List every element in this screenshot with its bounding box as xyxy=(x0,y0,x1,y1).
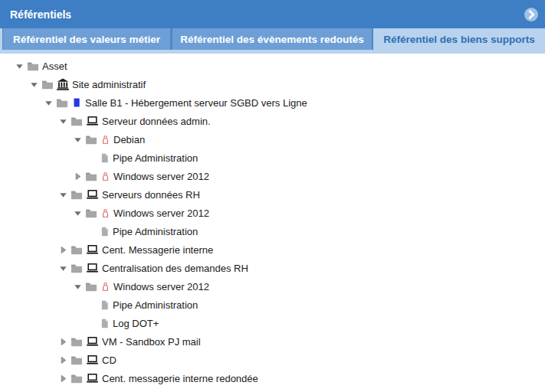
tree-row[interactable]: Espace de stockage xyxy=(0,387,545,392)
expand-arrow-icon[interactable] xyxy=(57,354,68,365)
tree-row[interactable]: Windows server 2012 xyxy=(0,277,545,296)
expand-arrow-icon[interactable] xyxy=(72,171,83,181)
tab-valeurs-metier[interactable]: Référentiel des valeurs métier xyxy=(3,28,170,50)
collapse-arrow-icon[interactable] xyxy=(57,263,68,273)
tabbar-left-sliver xyxy=(0,28,2,50)
tree-row-label: Log DOT+ xyxy=(113,318,159,329)
file-icon xyxy=(100,299,110,311)
file-icon xyxy=(100,152,110,164)
tree-row-label: Centralisation des demandes RH xyxy=(102,263,248,274)
tree-row-label: Windows server 2012 xyxy=(113,281,209,292)
tree-row[interactable]: Cent. Messagerie interne xyxy=(0,240,545,259)
collapse-arrow-icon[interactable] xyxy=(57,189,68,200)
laptop-icon xyxy=(86,262,99,274)
tree-row-label: Asset xyxy=(42,60,67,72)
folder-icon xyxy=(71,115,83,127)
expander-spacer xyxy=(87,226,97,237)
expand-arrow-icon[interactable] xyxy=(57,244,68,255)
folder-icon xyxy=(71,335,83,348)
tree-row[interactable]: Debian xyxy=(0,130,545,149)
tree-row[interactable]: Centralisation des demandes RH xyxy=(0,259,545,277)
tree-row[interactable]: VM - Sandbox PJ mail xyxy=(0,332,545,351)
expander-spacer xyxy=(87,299,97,310)
panel-title: Référentiels xyxy=(10,8,71,21)
penguin-icon xyxy=(100,133,110,145)
tree-row-label: Debian xyxy=(113,134,145,145)
expand-arrow-icon[interactable] xyxy=(57,373,68,384)
collapse-arrow-icon[interactable] xyxy=(14,60,25,71)
expand-arrow-icon[interactable] xyxy=(57,336,68,347)
tree-row-label: Pipe Administration xyxy=(113,299,198,311)
room-icon xyxy=(71,96,82,109)
collapse-arrow-icon[interactable] xyxy=(57,116,68,126)
tree-row-label: CD xyxy=(102,354,117,366)
tree-row-label: Cent. Messagerie interne xyxy=(102,244,213,256)
collapse-arrow-icon[interactable] xyxy=(72,281,83,292)
tree-row-label: VM - Sandbox PJ mail xyxy=(102,336,201,348)
laptop-icon xyxy=(86,243,99,256)
file-icon xyxy=(100,317,110,329)
laptop-icon xyxy=(86,372,99,384)
penguin-icon xyxy=(100,170,110,182)
tree-row[interactable]: Pipe Administration xyxy=(0,149,545,167)
tree-row[interactable]: CD xyxy=(0,351,545,369)
folder-icon xyxy=(85,207,97,219)
referentiels-panel: Référentiels Référentiel des valeurs mét… xyxy=(0,0,545,392)
collapse-arrow-icon[interactable] xyxy=(72,207,83,218)
folder-icon xyxy=(71,354,83,366)
tree-row-label: Pipe Administration xyxy=(113,226,198,237)
tree-row-label: Salle B1 - Hébergement serveur SGBD vers… xyxy=(85,97,307,109)
tree-row[interactable]: Serveur données admin. xyxy=(0,112,545,130)
tree-row-label: Pipe Administration xyxy=(113,152,198,164)
tree-row[interactable]: Windows server 2012 xyxy=(0,204,545,222)
tab-biens-supports[interactable]: Référentiel des biens supports xyxy=(373,28,545,50)
tree-row[interactable]: Pipe Administration xyxy=(0,296,545,314)
laptop-icon xyxy=(86,115,99,127)
tree-row-label: Windows server 2012 xyxy=(113,171,209,182)
tree-row[interactable]: Serveurs données RH xyxy=(0,185,545,204)
collapse-arrow-icon[interactable] xyxy=(72,134,83,145)
collapse-panel-button[interactable] xyxy=(524,7,539,22)
tree: AssetSite administratifSalle B1 - Héberg… xyxy=(0,54,545,392)
tree-row-label: Cent. messagerie interne redondée xyxy=(102,373,258,384)
tree-row-label: Windows server 2012 xyxy=(113,207,209,219)
folder-icon xyxy=(85,170,97,182)
folder-icon xyxy=(85,280,97,292)
folder-icon xyxy=(27,60,39,72)
folder-icon xyxy=(71,372,83,384)
bank-icon xyxy=(57,78,69,90)
tree-row[interactable]: Pipe Administration xyxy=(0,222,545,240)
folder-icon xyxy=(71,188,83,201)
folder-icon xyxy=(71,243,83,256)
tab-evenements-redoutes[interactable]: Référentiel des évènements redoutés xyxy=(172,28,372,50)
collapse-arrow-icon[interactable] xyxy=(28,79,39,90)
laptop-icon xyxy=(86,335,99,348)
penguin-icon xyxy=(100,207,110,219)
tree-row[interactable]: Site administratif xyxy=(0,75,545,93)
laptop-icon xyxy=(86,354,99,366)
tree-row[interactable]: Asset xyxy=(0,57,545,75)
chevron-right-circle-icon xyxy=(524,11,539,24)
laptop-icon xyxy=(86,188,99,201)
tree-row[interactable]: Cent. messagerie interne redondée xyxy=(0,369,545,387)
tree-row[interactable]: Salle B1 - Hébergement serveur SGBD vers… xyxy=(0,93,545,112)
file-icon xyxy=(100,225,110,237)
penguin-icon xyxy=(100,280,110,292)
expander-spacer xyxy=(87,318,97,328)
tree-row[interactable]: Log DOT+ xyxy=(0,314,545,332)
folder-icon xyxy=(56,96,68,109)
folder-icon xyxy=(41,78,54,90)
tree-row-label: Serveurs données RH xyxy=(102,189,200,201)
tree-row[interactable]: Windows server 2012 xyxy=(0,167,545,185)
folder-icon xyxy=(85,133,97,145)
panel-header: Référentiels xyxy=(0,0,545,28)
tree-row-label: Serveur données admin. xyxy=(102,116,211,127)
referential-tabs: Référentiel des valeurs métier Référenti… xyxy=(0,28,545,50)
collapse-arrow-icon[interactable] xyxy=(43,97,54,108)
folder-icon xyxy=(71,262,83,274)
expander-spacer xyxy=(87,152,97,163)
tree-row-label: Site administratif xyxy=(72,79,146,90)
